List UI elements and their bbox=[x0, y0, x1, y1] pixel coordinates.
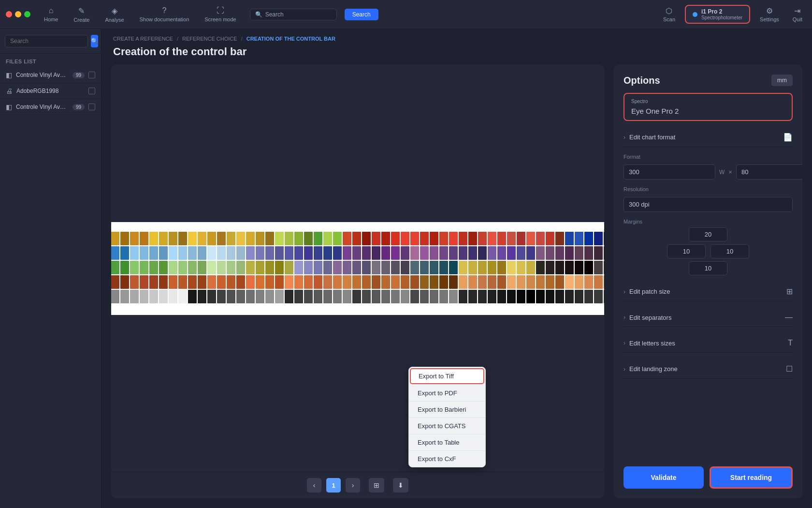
color-patch-0-41 bbox=[449, 232, 458, 245]
breadcrumb-reference[interactable]: REFERENCE CHOICE bbox=[182, 36, 237, 42]
color-row-0 bbox=[111, 232, 604, 245]
search-button-nav[interactable]: Search bbox=[345, 9, 378, 20]
color-patch-2-46 bbox=[497, 261, 506, 274]
format-width-input[interactable] bbox=[624, 164, 715, 179]
color-patch-2-31 bbox=[352, 261, 361, 274]
spectro-value-input[interactable] bbox=[631, 107, 785, 115]
file-checkbox-1[interactable] bbox=[88, 88, 95, 94]
start-reading-button[interactable]: Start reading bbox=[710, 466, 793, 489]
color-patch-1-9 bbox=[140, 246, 148, 260]
minimize-button[interactable] bbox=[15, 11, 21, 17]
edit-separators-row[interactable]: › Edit separators — bbox=[624, 308, 793, 327]
color-patch-1-46 bbox=[497, 246, 506, 260]
color-patch-4-50 bbox=[536, 290, 545, 303]
file-item-0[interactable]: ◧ Controle Vinyl Avery - ... 99 bbox=[0, 67, 101, 83]
search-submit-button[interactable]: 🔍 bbox=[91, 35, 98, 47]
download-button[interactable]: ⬇ bbox=[393, 478, 408, 493]
export-table[interactable]: Export to Table bbox=[409, 434, 485, 451]
edit-patch-size-row[interactable]: › Edit patch size ⊞ bbox=[624, 282, 793, 301]
spectrophotometer-button[interactable]: i1 Pro 2 Spectrophotometer bbox=[685, 5, 750, 24]
color-patch-2-21 bbox=[256, 261, 264, 274]
edit-letters-sizes-label: Edit letters sizes bbox=[629, 340, 784, 347]
color-patch-3-15 bbox=[198, 275, 206, 289]
color-patch-3-55 bbox=[584, 275, 593, 289]
file-checkbox-2[interactable] bbox=[88, 104, 95, 110]
color-patch-3-40 bbox=[439, 275, 448, 289]
chart-inner: A B C D E bbox=[111, 65, 604, 472]
settings-button[interactable]: ⚙ Settings bbox=[756, 4, 783, 24]
color-patch-3-19 bbox=[236, 275, 245, 289]
color-patch-0-36 bbox=[401, 232, 409, 245]
color-patch-4-17 bbox=[217, 290, 226, 303]
nav-screen-mode[interactable]: ⛶ Screen mode bbox=[199, 4, 242, 24]
format-row: W × H bbox=[624, 164, 793, 179]
file-item-1[interactable]: 🖨 AdobeRGB1998 bbox=[0, 83, 101, 99]
export-cgats[interactable]: Export to CGATS bbox=[409, 418, 485, 434]
unit-toggle-button[interactable]: mm bbox=[771, 75, 793, 86]
color-patch-4-34 bbox=[381, 290, 390, 303]
color-patch-3-54 bbox=[575, 275, 583, 289]
margin-right-input[interactable] bbox=[710, 244, 749, 258]
color-patch-2-45 bbox=[488, 261, 496, 274]
nav-home[interactable]: ⌂ Home bbox=[38, 4, 64, 24]
breadcrumb-create[interactable]: CREATE A REFERENCE bbox=[113, 36, 173, 42]
next-page-button[interactable]: › bbox=[346, 478, 360, 493]
color-patch-1-51 bbox=[546, 246, 554, 260]
quit-button[interactable]: ⇥ Quit bbox=[789, 4, 806, 24]
color-patch-2-41 bbox=[449, 261, 458, 274]
color-patch-1-32 bbox=[362, 246, 371, 260]
margins-section: Margins bbox=[624, 219, 793, 275]
nav-create-label: Create bbox=[73, 17, 89, 23]
color-patch-2-37 bbox=[410, 261, 419, 274]
export-cxf[interactable]: Export to CxF bbox=[409, 451, 485, 467]
resolution-input[interactable] bbox=[624, 197, 793, 212]
file-item-2[interactable]: ◧ Controle Vinyl Avery - ... 99 bbox=[0, 99, 101, 115]
color-patch-4-22 bbox=[265, 290, 274, 303]
color-patch-1-52 bbox=[555, 246, 564, 260]
color-patch-4-38 bbox=[420, 290, 429, 303]
export-tiff[interactable]: Export to Tiff bbox=[410, 368, 484, 384]
color-patch-4-26 bbox=[304, 290, 313, 303]
color-patch-1-44 bbox=[478, 246, 487, 260]
color-patch-4-48 bbox=[517, 290, 525, 303]
margin-bottom-input[interactable] bbox=[689, 261, 727, 275]
edit-letters-sizes-row[interactable]: › Edit letters sizes T bbox=[624, 334, 793, 353]
nav-analyse[interactable]: ◈ Analyse bbox=[99, 4, 130, 25]
color-patch-0-24 bbox=[285, 232, 293, 245]
color-patch-4-14 bbox=[188, 290, 197, 303]
search-input[interactable] bbox=[5, 35, 88, 47]
color-patch-2-18 bbox=[227, 261, 235, 274]
export-barbieri[interactable]: Export to Barbieri bbox=[409, 402, 485, 418]
maximize-button[interactable] bbox=[24, 11, 30, 17]
color-patch-3-34 bbox=[381, 275, 390, 289]
scan-button[interactable]: ⬡ Scan bbox=[659, 4, 679, 24]
validate-button[interactable]: Validate bbox=[624, 466, 704, 489]
margin-top-input[interactable] bbox=[689, 227, 727, 241]
format-section: Format W × H bbox=[624, 154, 793, 179]
landing-zone-icon: ☐ bbox=[786, 364, 793, 374]
color-row-1 bbox=[111, 246, 604, 260]
settings-icon: ⚙ bbox=[766, 6, 773, 15]
edit-chart-format-row[interactable]: › Edit chart format 📄 bbox=[624, 128, 793, 147]
close-button[interactable] bbox=[6, 11, 12, 17]
edit-landing-zone-row[interactable]: › Edit landing zone ☐ bbox=[624, 359, 793, 379]
color-patch-1-6 bbox=[111, 246, 119, 260]
crop-button[interactable]: ⊞ bbox=[369, 478, 384, 493]
format-height-input[interactable] bbox=[736, 164, 802, 179]
nav-home-label: Home bbox=[44, 16, 58, 22]
file-name-0: Controle Vinyl Avery - ... bbox=[16, 72, 69, 78]
color-row-4 bbox=[111, 290, 604, 303]
nav-show-docs[interactable]: ? Show documentation bbox=[134, 4, 195, 24]
file-checkbox-0[interactable] bbox=[88, 72, 95, 78]
color-patch-3-41 bbox=[449, 275, 458, 289]
color-patch-2-30 bbox=[343, 261, 351, 274]
color-patch-2-13 bbox=[178, 261, 187, 274]
nav-create[interactable]: ✎ Create bbox=[68, 4, 95, 25]
export-pdf[interactable]: Export to PDF bbox=[409, 385, 485, 402]
margin-left-input[interactable] bbox=[667, 244, 706, 258]
color-patch-4-15 bbox=[198, 290, 206, 303]
prev-page-button[interactable]: ‹ bbox=[307, 478, 321, 493]
page-number: 1 bbox=[326, 478, 341, 493]
color-patch-1-13 bbox=[178, 246, 187, 260]
color-patch-0-48 bbox=[517, 232, 525, 245]
